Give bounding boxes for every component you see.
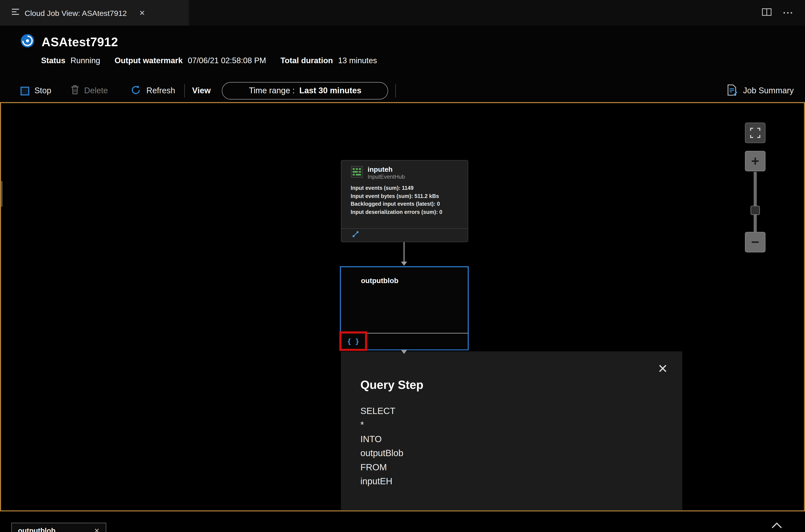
duration-label: Total duration [280, 56, 333, 65]
query-line: outputBlob [360, 446, 682, 460]
input-node-name: inputeh [368, 166, 405, 173]
refresh-icon [131, 84, 141, 97]
bottom-panel: outputblob ✕ [0, 511, 805, 532]
status-value: Running [71, 56, 100, 65]
job-title: ASAtest7912 [41, 35, 118, 49]
stop-button[interactable]: Stop [20, 86, 51, 95]
output-node-outputblob[interactable]: outputblob { } [340, 266, 469, 350]
query-line: inputEH [360, 475, 682, 489]
query-line: * [360, 418, 682, 432]
expand-panel-chevron-icon[interactable] [771, 522, 783, 531]
query-step-popup: ✕ Query Step SELECT * INTO outputBlob FR… [341, 352, 682, 512]
edge-arrowhead [401, 262, 407, 266]
edge-arrowhead [401, 350, 407, 354]
query-step-braces-icon[interactable]: { } [347, 337, 359, 345]
popup-title: Query Step [341, 352, 682, 392]
query-line: SELECT [360, 404, 682, 418]
tab-close-icon[interactable]: ✕ [139, 9, 145, 17]
edge-inputeh-outputblob [404, 242, 405, 263]
chip-label: outputblob [18, 527, 55, 532]
editor-tab-bar: Cloud Job View: ASAtest7912 ✕ ··· [0, 0, 805, 25]
metric-line: Input events (sum): 1149 [351, 184, 462, 192]
watermark-value: 07/06/21 02:58:08 PM [188, 56, 266, 65]
more-actions-icon[interactable]: ··· [783, 7, 793, 18]
stop-icon [20, 87, 29, 95]
job-toolbar: Stop Delete Refresh View Time range : La… [0, 79, 805, 102]
delete-button[interactable]: Delete [71, 85, 108, 96]
canvas-scrollbar[interactable] [1, 181, 3, 207]
job-header: ASAtest7912 Status Running Output waterm… [0, 25, 805, 79]
job-meta: Status Running Output watermark 07/06/21… [0, 50, 805, 65]
connector-icon[interactable] [352, 230, 360, 240]
query-step-highlight-box[interactable]: { } [339, 331, 367, 351]
query-line: FROM [360, 460, 682, 474]
query-line: INTO [360, 432, 682, 446]
duration-value: 13 minutes [338, 56, 377, 65]
cloud-job-view-window: Cloud Job View: ASAtest7912 ✕ ··· ASAtes… [0, 0, 805, 532]
input-node-footer [342, 228, 468, 242]
status-label: Status [41, 56, 66, 65]
input-node-type: InputEventHub [368, 173, 405, 180]
zoom-slider-handle[interactable] [751, 206, 760, 215]
toolbar-divider [184, 84, 185, 97]
tab-title: Cloud Job View: ASAtest7912 [25, 8, 127, 17]
zoom-out-button[interactable]: − [745, 232, 765, 252]
job-view-tab-icon [12, 8, 20, 17]
input-node-metrics: Input events (sum): 1149 Input event byt… [342, 181, 468, 216]
stream-analytics-logo-icon [20, 34, 34, 50]
popup-close-icon[interactable]: ✕ [658, 363, 668, 375]
split-editor-icon[interactable] [762, 8, 772, 18]
job-diagram-canvas[interactable]: inputeh InputEventHub Input events (sum)… [0, 102, 805, 511]
metric-line: Input deserialization errors (sum): 0 [351, 208, 462, 216]
toolbar-divider [396, 84, 396, 97]
refresh-button[interactable]: Refresh [131, 84, 175, 97]
metric-line: Input event bytes (sum): 511.2 kBs [351, 192, 462, 200]
event-hub-icon [351, 166, 363, 180]
watermark-label: Output watermark [114, 56, 183, 65]
tab-cloud-job-view[interactable]: Cloud Job View: ASAtest7912 ✕ [0, 0, 189, 25]
job-summary-icon [727, 84, 738, 98]
view-menu[interactable]: View [192, 86, 211, 95]
output-node-name: outputblob [361, 277, 398, 285]
input-node-inputeh[interactable]: inputeh InputEventHub Input events (sum)… [341, 160, 468, 242]
zoom-slider-track[interactable] [754, 172, 756, 232]
fit-to-screen-button[interactable] [745, 122, 765, 143]
trash-icon [71, 85, 79, 96]
job-summary-button[interactable]: Job Summary [724, 83, 797, 98]
tabbar-actions: ··· [762, 0, 805, 25]
query-text: SELECT * INTO outputBlob FROM inputEH [341, 392, 682, 489]
chip-close-icon[interactable]: ✕ [94, 527, 99, 532]
time-range-selector[interactable]: Time range : Last 30 minutes [222, 82, 388, 99]
zoom-in-button[interactable]: + [745, 151, 765, 171]
outputblob-chip[interactable]: outputblob ✕ [12, 523, 107, 532]
metric-line: Backlogged input events (latest): 0 [351, 200, 462, 208]
